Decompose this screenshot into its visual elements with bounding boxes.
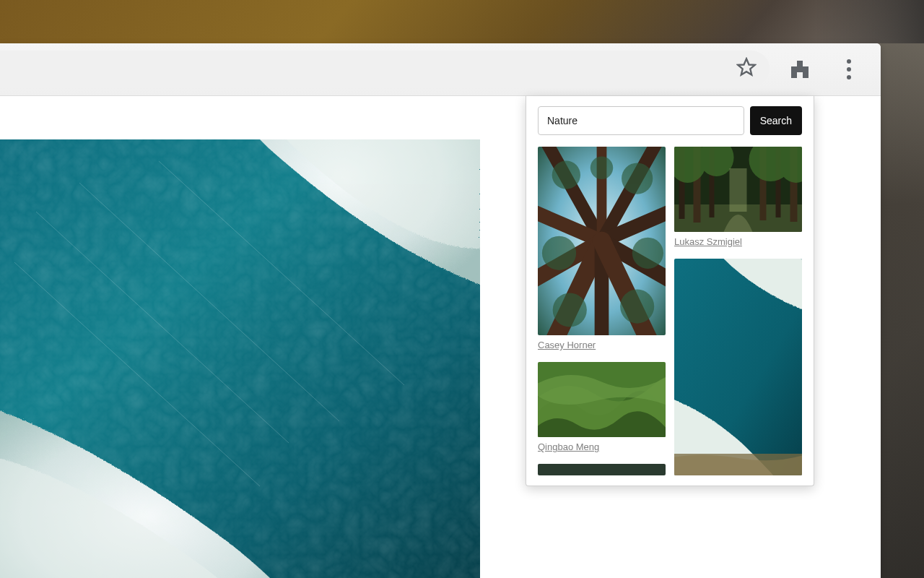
address-bar[interactable] <box>0 51 770 87</box>
svg-point-19 <box>622 163 653 194</box>
kebab-menu-icon[interactable] <box>837 58 860 81</box>
svg-point-23 <box>620 289 654 323</box>
photo-credit-link[interactable]: Lukasz Szmigiel <box>674 236 802 247</box>
bookmark-star-icon[interactable] <box>736 57 757 80</box>
desktop-background-side <box>881 43 924 578</box>
result-thumbnail-hills[interactable] <box>538 362 666 437</box>
result-thumbnail-ocean[interactable] <box>674 259 802 475</box>
unsplash-extension-icon[interactable] <box>788 58 811 81</box>
page-content: Search <box>0 96 881 578</box>
search-row: Search <box>538 106 802 135</box>
photo-credit-link[interactable]: Qingbao Meng <box>538 441 666 452</box>
extension-popup: Search <box>526 96 814 486</box>
hero-image-ocean <box>0 139 480 578</box>
search-button[interactable]: Search <box>750 106 802 135</box>
svg-rect-38 <box>730 168 747 212</box>
photo-credit-link[interactable]: Casey Horner <box>538 340 666 350</box>
results-grid: Casey Horner Qingbao Meng <box>538 147 802 475</box>
svg-point-18 <box>552 160 580 189</box>
search-input[interactable] <box>538 106 744 135</box>
desktop-background-edge <box>816 0 924 43</box>
svg-point-22 <box>553 293 587 327</box>
browser-toolbar <box>0 43 881 96</box>
svg-point-24 <box>590 157 613 179</box>
svg-point-20 <box>542 236 576 270</box>
svg-point-21 <box>632 238 663 269</box>
results-column-left: Casey Horner Qingbao Meng <box>538 147 666 475</box>
result-thumbnail-forest[interactable] <box>674 147 802 232</box>
result-thumbnail-partial[interactable] <box>538 464 666 475</box>
result-thumbnail-trees[interactable] <box>538 147 666 335</box>
svg-marker-0 <box>738 59 754 74</box>
browser-window: Search <box>0 43 881 578</box>
results-column-right: Lukasz Szmigiel <box>674 147 802 475</box>
